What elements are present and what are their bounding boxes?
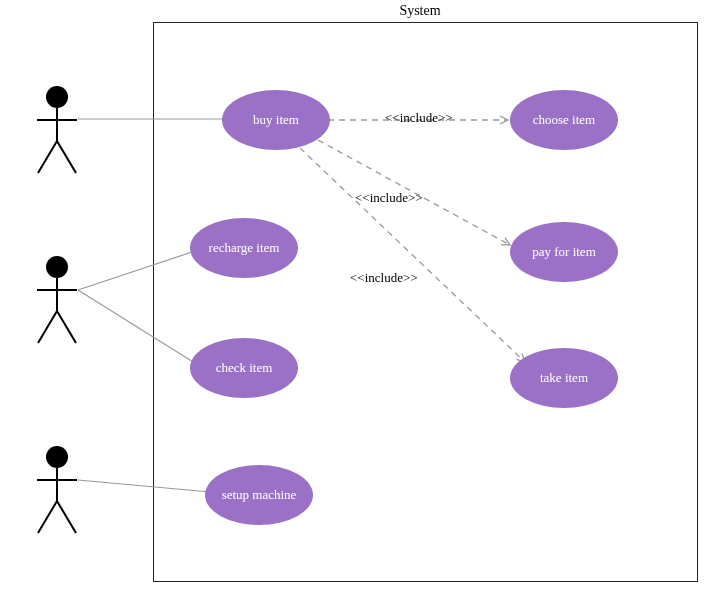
include-label-3: <<include>> [350,270,418,286]
actor-1 [32,85,82,177]
system-title: System [380,3,460,19]
usecase-check: check item [190,338,298,398]
usecase-pay: pay for item [510,222,618,282]
include-label-2: <<include>> [355,190,423,206]
usecase-label: choose item [533,112,595,128]
actor-3 [32,445,82,537]
svg-line-3 [38,141,57,173]
svg-line-8 [38,311,57,343]
include-label-1: <<include>> [385,110,453,126]
svg-point-10 [46,446,68,468]
usecase-buy: buy item [222,90,330,150]
svg-point-5 [46,256,68,278]
svg-line-14 [57,501,76,533]
usecase-recharge: recharge item [190,218,298,278]
usecase-label: take item [540,370,588,386]
usecase-take: take item [510,348,618,408]
usecase-label: setup machine [222,487,297,503]
svg-line-9 [57,311,76,343]
usecase-choose: choose item [510,90,618,150]
usecase-label: recharge item [209,240,280,256]
svg-line-4 [57,141,76,173]
svg-point-0 [46,86,68,108]
usecase-label: buy item [253,112,299,128]
usecase-label: pay for item [532,244,596,260]
usecase-label: check item [216,360,273,376]
actor-2 [32,255,82,347]
usecase-setup: setup machine [205,465,313,525]
diagram-canvas: System [0,0,715,596]
svg-line-13 [38,501,57,533]
